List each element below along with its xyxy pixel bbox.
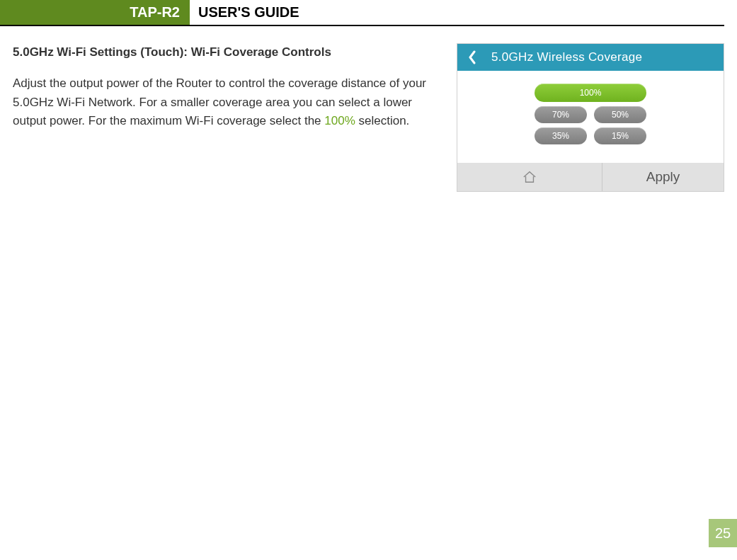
- home-button[interactable]: [457, 163, 602, 191]
- home-icon: [522, 170, 537, 184]
- coverage-row-2: 70% 50%: [535, 106, 646, 123]
- coverage-option-100[interactable]: 100%: [535, 84, 646, 102]
- coverage-option-70[interactable]: 70%: [535, 106, 587, 123]
- device-footer: Apply: [457, 163, 724, 191]
- device-body: 100% 70% 50% 35% 15%: [457, 71, 724, 163]
- screenshot-column: 5.0GHz Wireless Coverage 100% 70% 50% 35…: [457, 43, 724, 192]
- body-text-post: selection.: [355, 114, 410, 127]
- body-highlight: 100%: [324, 114, 355, 127]
- coverage-option-50[interactable]: 50%: [594, 106, 646, 123]
- page-header: TAP-R2 USER'S GUIDE: [0, 0, 724, 26]
- coverage-option-15[interactable]: 15%: [594, 127, 646, 144]
- body-paragraph: Adjust the output power of the Router to…: [13, 74, 440, 130]
- apply-button[interactable]: Apply: [602, 163, 724, 191]
- page-content: 5.0GHz Wi-Fi Settings (Touch): Wi-Fi Cov…: [0, 26, 737, 192]
- device-topbar: 5.0GHz Wireless Coverage: [457, 44, 724, 71]
- chevron-left-icon: [468, 50, 476, 64]
- section-heading: 5.0GHz Wi-Fi Settings (Touch): Wi-Fi Cov…: [13, 43, 440, 62]
- device-screenshot: 5.0GHz Wireless Coverage 100% 70% 50% 35…: [457, 43, 724, 192]
- coverage-option-35[interactable]: 35%: [535, 127, 587, 144]
- text-column: 5.0GHz Wi-Fi Settings (Touch): Wi-Fi Cov…: [13, 43, 440, 192]
- back-button[interactable]: [457, 44, 487, 71]
- device-title: 5.0GHz Wireless Coverage: [487, 50, 724, 64]
- product-badge: TAP-R2: [0, 0, 190, 25]
- page-number: 25: [709, 519, 737, 547]
- coverage-row-3: 35% 15%: [535, 127, 646, 144]
- guide-title: USER'S GUIDE: [190, 0, 299, 25]
